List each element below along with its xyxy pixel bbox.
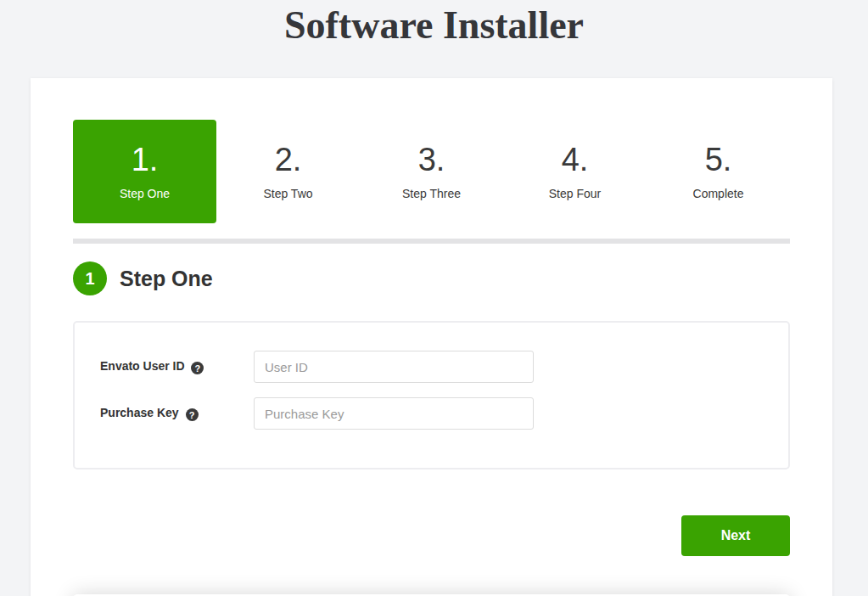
stepper-item-step-two[interactable]: 2. Step Two (216, 120, 360, 223)
stepper-item-step-four[interactable]: 4. Step Four (503, 120, 647, 223)
step-number-badge: 1 (73, 261, 107, 295)
step-number: 1. (132, 143, 159, 176)
stepper-progress-track (73, 239, 790, 244)
step-number: 2. (275, 143, 302, 176)
installer-card: 1. Step One 2. Step Two 3. Step Three 4.… (31, 78, 832, 596)
stepper-item-complete[interactable]: 5. Complete (647, 120, 790, 223)
purchase-key-label: Purchase Key ? (100, 406, 254, 422)
step-number: 4. (562, 143, 589, 176)
step-label: Step One (120, 187, 170, 200)
step-number: 5. (705, 143, 732, 176)
purchase-key-input[interactable] (254, 397, 534, 430)
page-title: Software Installer (0, 0, 868, 48)
step-label: Step Two (263, 187, 312, 200)
page: Software Installer 1. Step One 2. Step T… (0, 0, 868, 596)
actions-bar: Next (73, 515, 790, 556)
step-number: 3. (418, 143, 445, 176)
help-icon[interactable]: ? (186, 408, 199, 421)
envato-user-id-label-text: Envato User ID (100, 359, 185, 373)
purchase-key-label-text: Purchase Key (100, 406, 179, 419)
section-header: 1 Step One (73, 261, 790, 295)
stepper: 1. Step One 2. Step Two 3. Step Three 4.… (73, 120, 790, 223)
section-heading: Step One (120, 267, 213, 291)
envato-user-id-label: Envato User ID ? (100, 359, 254, 375)
step-label: Step Four (549, 187, 601, 200)
form-panel: Envato User ID ? Purchase Key ? (73, 321, 790, 469)
help-icon[interactable]: ? (191, 362, 204, 374)
field-row-envato-user-id: Envato User ID ? (100, 351, 763, 383)
step-label: Complete (693, 187, 744, 200)
stepper-item-step-one[interactable]: 1. Step One (73, 120, 216, 223)
stepper-item-step-three[interactable]: 3. Step Three (360, 120, 503, 223)
next-button[interactable]: Next (681, 515, 790, 556)
step-label: Step Three (402, 187, 461, 200)
envato-user-id-input[interactable] (254, 351, 534, 383)
field-row-purchase-key: Purchase Key ? (100, 397, 763, 430)
